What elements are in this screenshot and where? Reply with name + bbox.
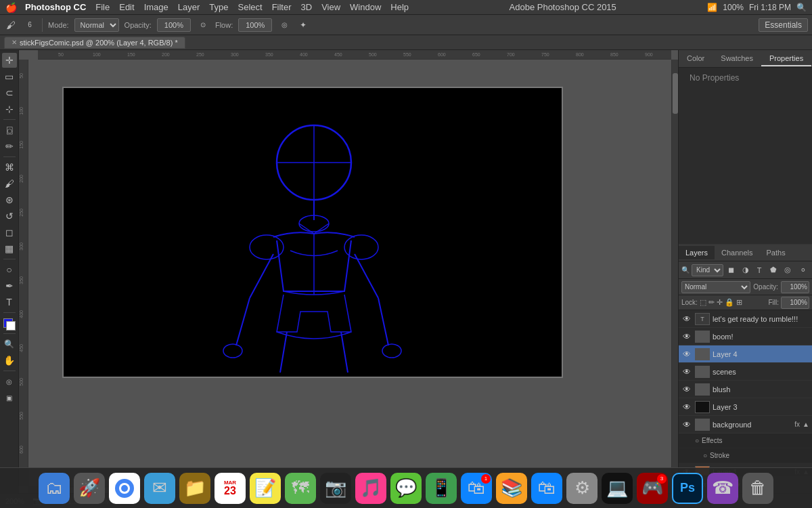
- eraser-tool[interactable]: ◻: [2, 225, 17, 240]
- menu-type[interactable]: Type: [209, 2, 228, 12]
- screen-mode-tool[interactable]: ▣: [2, 390, 17, 405]
- clone-tool[interactable]: ⊛: [2, 192, 17, 207]
- gradient-tool[interactable]: ▦: [2, 241, 17, 256]
- dock-mail[interactable]: ✉: [144, 473, 175, 504]
- layer-visibility-toggle[interactable]: 👁: [681, 331, 692, 342]
- expand-icon[interactable]: ▲: [803, 421, 809, 428]
- dock-settings[interactable]: ⚙: [566, 473, 597, 504]
- lock-artboard-icon[interactable]: ⊞: [736, 298, 742, 307]
- zoom-tool[interactable]: 🔍: [2, 337, 17, 352]
- dock-maps[interactable]: 🗺: [285, 473, 316, 504]
- dock-finder[interactable]: 🗂: [39, 473, 70, 504]
- layer-visibility-toggle[interactable]: 👁: [681, 314, 692, 324]
- lock-transparent-icon[interactable]: ⬚: [700, 298, 706, 307]
- layer-visibility-toggle[interactable]: 👁: [681, 366, 692, 377]
- dock-calendar[interactable]: MAR23: [215, 473, 246, 504]
- menu-window[interactable]: Window: [350, 2, 381, 12]
- filter-adjust-icon[interactable]: ◑: [740, 263, 752, 277]
- dock-viber[interactable]: ☎: [707, 473, 738, 504]
- essentials-button[interactable]: Essentials: [759, 18, 808, 32]
- dock-launchpad[interactable]: 🚀: [74, 473, 105, 504]
- layer-item[interactable]: 👁 T let's get ready to rumble!!!: [679, 310, 812, 328]
- filter-toggle[interactable]: ⚬: [797, 263, 809, 277]
- sub-layer-item[interactable]: ○ Effects: [679, 433, 812, 448]
- hand-tool[interactable]: ✋: [2, 353, 17, 368]
- wand-tool[interactable]: ⊹: [2, 102, 17, 117]
- dock-notes[interactable]: 📝: [250, 473, 281, 504]
- dock-chrome[interactable]: [109, 473, 140, 504]
- tab-channels[interactable]: Channels: [715, 246, 759, 259]
- menu-image[interactable]: Image: [144, 2, 168, 12]
- dock-terminal[interactable]: 💻: [602, 473, 633, 504]
- filter-pixel-icon[interactable]: ◼: [725, 263, 738, 277]
- menu-3d[interactable]: 3D: [301, 2, 313, 12]
- crop-tool[interactable]: ⌼: [2, 123, 17, 137]
- flow-input[interactable]: [238, 18, 272, 32]
- fill-value[interactable]: [781, 297, 809, 309]
- menu-view[interactable]: View: [321, 2, 340, 12]
- background-color[interactable]: [6, 321, 16, 331]
- layer-item[interactable]: 👁 scenes: [679, 363, 812, 381]
- brush-tool[interactable]: 🖌: [2, 176, 17, 191]
- layer-visibility-toggle[interactable]: 👁: [681, 402, 692, 412]
- layer-visibility-toggle[interactable]: 👁: [681, 349, 692, 360]
- menu-filter[interactable]: Filter: [272, 2, 292, 12]
- tab-layers[interactable]: Layers: [679, 246, 715, 259]
- layer-item[interactable]: 👁 Layer 3: [679, 398, 812, 416]
- marquee-tool[interactable]: ▭: [2, 69, 17, 84]
- healing-tool[interactable]: ⌘: [2, 160, 17, 175]
- tab-close-icon[interactable]: ✕: [12, 39, 17, 46]
- dock-appstore[interactable]: 🛍 1: [461, 473, 492, 504]
- kind-select[interactable]: Kind: [692, 264, 723, 276]
- dock-photos[interactable]: 📷: [320, 473, 351, 504]
- spotlight-icon[interactable]: 🔍: [796, 3, 807, 12]
- filter-shape-icon[interactable]: ⬟: [767, 263, 780, 277]
- color-selector[interactable]: [3, 318, 16, 331]
- dock-finder2[interactable]: 📁: [179, 473, 210, 504]
- brush-tool-icon[interactable]: 🖌: [4, 18, 18, 32]
- tab-paths[interactable]: Paths: [760, 246, 792, 259]
- dock-app1[interactable]: 🎮 3: [637, 473, 668, 504]
- apple-menu[interactable]: 🍎: [5, 2, 17, 13]
- quick-mask-tool[interactable]: ◎: [2, 374, 17, 389]
- layer-item[interactable]: 👁 blush: [679, 381, 812, 398]
- lasso-tool[interactable]: ⊂: [2, 85, 17, 100]
- tab-properties[interactable]: Properties: [761, 51, 811, 66]
- dock-facetime[interactable]: 📱: [426, 473, 457, 504]
- layer-visibility-toggle[interactable]: 👁: [681, 384, 692, 395]
- airbrush-icon[interactable]: ✦: [296, 18, 310, 32]
- menu-file[interactable]: File: [95, 2, 110, 12]
- vertical-scrollbar[interactable]: [671, 60, 678, 486]
- pen-tool[interactable]: ✒: [2, 278, 17, 293]
- dock-appstore2[interactable]: 🛍: [531, 473, 562, 504]
- menu-help[interactable]: Help: [390, 2, 409, 12]
- dock-ibooks[interactable]: 📚: [496, 473, 527, 504]
- layer-visibility-toggle[interactable]: 👁: [681, 419, 692, 430]
- canvas-scroll[interactable]: [28, 60, 671, 486]
- dock-messages[interactable]: 💬: [390, 473, 422, 504]
- menu-layer[interactable]: Layer: [178, 2, 200, 12]
- tab-swatches[interactable]: Swatches: [713, 51, 761, 66]
- mode-select[interactable]: Normal: [74, 18, 119, 32]
- history-brush-tool[interactable]: ↺: [2, 209, 17, 224]
- dock-photoshop[interactable]: Ps: [672, 473, 703, 504]
- opacity-value[interactable]: [781, 281, 809, 293]
- dock-trash[interactable]: 🗑: [742, 473, 773, 504]
- filter-smart-icon[interactable]: ◎: [782, 263, 794, 277]
- filter-type-icon[interactable]: T: [753, 263, 765, 277]
- layer-item[interactable]: 👁 boom!: [679, 328, 812, 345]
- opacity-input[interactable]: [157, 18, 191, 32]
- tab-color[interactable]: Color: [679, 51, 713, 66]
- layer-item[interactable]: 👁 background fx ▲: [679, 416, 812, 433]
- type-tool[interactable]: T: [2, 295, 17, 310]
- lock-position-icon[interactable]: ✛: [717, 298, 723, 307]
- sub-layer-item[interactable]: ○ Stroke: [679, 448, 812, 463]
- menu-select[interactable]: Select: [238, 2, 262, 12]
- lock-all-icon[interactable]: 🔒: [725, 298, 734, 307]
- eyedropper-tool[interactable]: ✏: [2, 139, 17, 154]
- document-tab[interactable]: ✕ stickFigsComic.psd @ 200% (Layer 4, RG…: [4, 37, 185, 49]
- dodge-tool[interactable]: ○: [2, 262, 17, 277]
- menu-edit[interactable]: Edit: [119, 2, 134, 12]
- dock-itunes[interactable]: 🎵: [355, 473, 386, 504]
- blend-mode-select[interactable]: Normal: [681, 281, 750, 293]
